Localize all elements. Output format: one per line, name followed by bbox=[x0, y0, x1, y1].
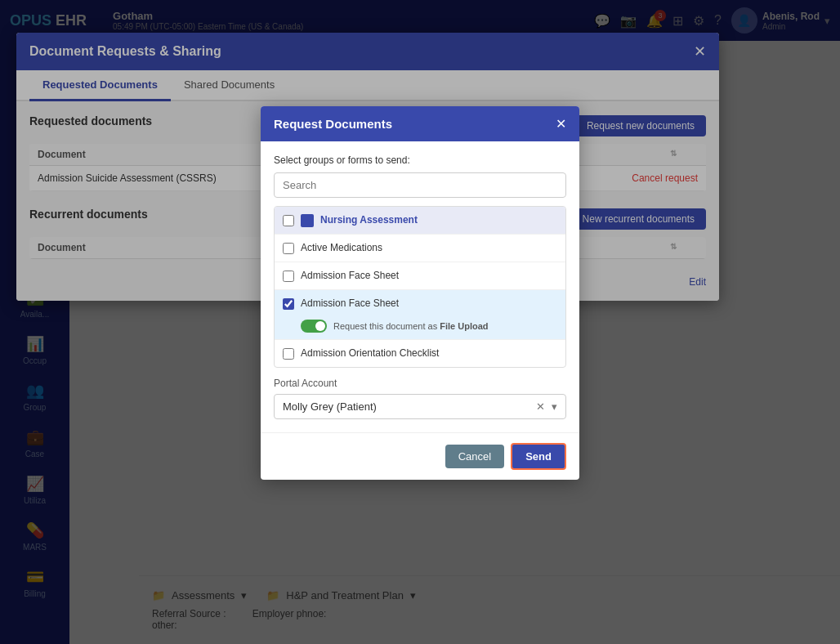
active-meds-label: Active Medications bbox=[301, 241, 382, 255]
list-item[interactable]: Active Medications bbox=[275, 235, 565, 262]
send-button[interactable]: Send bbox=[511, 443, 566, 470]
face-sheet2-label: Admission Face Sheet bbox=[301, 297, 399, 311]
items-list: Nursing Assessment Active Medications Ad… bbox=[274, 206, 566, 368]
request-docs-close-button[interactable]: ✕ bbox=[556, 116, 566, 132]
list-item[interactable]: Admission Orientation Checklist bbox=[275, 340, 565, 367]
chevron-down-icon[interactable]: ▾ bbox=[552, 400, 557, 413]
portal-value: Molly Grey (Patient) bbox=[283, 400, 377, 413]
portal-account-select[interactable]: Molly Grey (Patient) ✕ ▾ bbox=[274, 394, 566, 419]
cancel-button[interactable]: Cancel bbox=[445, 445, 504, 468]
nursing-checkbox[interactable] bbox=[283, 215, 294, 226]
file-upload-toggle[interactable] bbox=[301, 320, 327, 333]
upload-text: Request this document as File Upload bbox=[333, 321, 489, 331]
face-sheet-checkbox[interactable] bbox=[283, 271, 294, 282]
clear-icon[interactable]: ✕ bbox=[536, 400, 545, 413]
active-meds-checkbox[interactable] bbox=[283, 243, 294, 254]
portal-label: Portal Account bbox=[274, 378, 566, 389]
list-item[interactable]: Nursing Assessment bbox=[275, 207, 565, 235]
list-item-selected[interactable]: Admission Face Sheet Request this docume… bbox=[275, 290, 565, 341]
request-docs-footer: Cancel Send bbox=[261, 432, 579, 480]
nursing-label: Nursing Assessment bbox=[320, 213, 418, 227]
face-sheet-label: Admission Face Sheet bbox=[301, 269, 399, 283]
nursing-icon bbox=[301, 214, 314, 227]
orientation-checkbox[interactable] bbox=[283, 348, 294, 360]
request-docs-header: Request Documents ✕ bbox=[261, 106, 579, 141]
request-docs-modal: Request Documents ✕ Select groups or for… bbox=[261, 106, 579, 480]
request-docs-title: Request Documents bbox=[274, 117, 392, 131]
list-item[interactable]: Admission Face Sheet bbox=[275, 262, 565, 290]
request-docs-body: Select groups or forms to send: Nursing … bbox=[261, 141, 579, 432]
orientation-label: Admission Orientation Checklist bbox=[301, 347, 439, 360]
search-input[interactable] bbox=[274, 172, 566, 198]
select-label: Select groups or forms to send: bbox=[274, 154, 566, 166]
file-upload-row: Request this document as File Upload bbox=[301, 320, 489, 333]
face-sheet2-checkbox[interactable] bbox=[283, 298, 294, 310]
request-docs-overlay: Request Documents ✕ Select groups or for… bbox=[0, 0, 840, 644]
